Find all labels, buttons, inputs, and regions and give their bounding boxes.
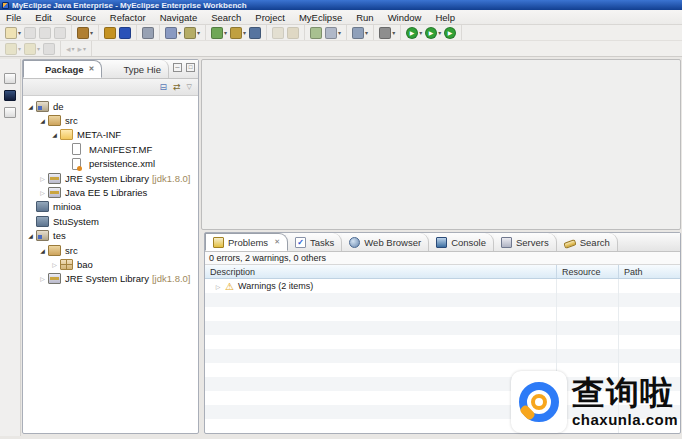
collapse-all-button[interactable]: ⊟ [160,82,168,92]
run-last-launched-button[interactable]: ▶ [444,27,456,39]
path-cell [619,349,680,363]
run-server-icon: ▶ [425,27,437,39]
maximize-button[interactable]: □ [186,63,195,72]
toggle-mark-occurrences-button[interactable] [310,27,322,39]
screen-capture-button[interactable]: ▾ [352,27,368,39]
back-button[interactable]: ◂▾ [66,44,75,54]
file-icon [72,143,81,155]
new-web-project-icon [165,27,177,39]
minimize-button[interactable]: ─ [173,63,182,72]
menu-window[interactable]: Window [388,12,422,23]
tab-type-hie[interactable]: Type Hie [102,60,169,78]
myeclipse-deploy-button[interactable]: ▾ [77,27,93,39]
tree-item[interactable]: ◢META-INF [23,128,198,142]
resource-perspective-icon[interactable] [4,107,16,118]
tree-item[interactable]: ◢src [23,243,198,257]
menu-help[interactable]: Help [435,12,455,23]
run-last-launched-icon: ▶ [444,27,456,39]
tab-label: Type Hie [123,64,161,75]
description-cell [205,349,557,363]
description-cell [205,377,557,391]
column-header-path[interactable]: Path [619,265,680,278]
redo-build-button[interactable] [287,27,299,39]
menu-file[interactable]: File [6,12,21,23]
last-edit-location-button[interactable] [43,43,55,55]
previous-annotation-button[interactable]: ▾ [24,43,40,55]
tree-collapsed-arrow-icon[interactable]: ▷ [213,283,223,290]
tree-collapsed-arrow-icon[interactable]: ▷ [50,261,59,268]
save-all-button[interactable] [39,27,51,39]
tree-collapsed-arrow-icon[interactable]: ▷ [38,189,47,196]
next-annotation-button[interactable]: ▾ [5,43,21,55]
close-icon[interactable]: ✕ [89,65,95,73]
tree-item[interactable]: ▷JRE System Library[jdk1.8.0] [23,171,198,185]
tree-item[interactable]: ◢de [23,99,198,113]
tab-problems[interactable]: Problems✕ [205,233,288,251]
tree-collapsed-arrow-icon[interactable]: ▷ [38,275,47,282]
console-icon [436,237,447,248]
tree-expanded-arrow-icon[interactable]: ◢ [26,103,35,110]
tree-expanded-arrow-icon[interactable]: ◢ [38,117,47,124]
menu-project[interactable]: Project [255,12,285,23]
tab-console[interactable]: Console [429,233,494,251]
column-header-resource[interactable]: Resource [557,265,619,278]
java-project-icon [36,101,49,112]
new-wizard-button[interactable]: ▾ [5,27,21,39]
tree-item[interactable]: ▷bao [23,257,198,271]
previous-edit-button[interactable] [272,27,284,39]
tree-item[interactable]: MANIFEST.MF [23,142,198,156]
cube-gold-button[interactable] [104,27,116,39]
menu-run[interactable]: Run [356,12,373,23]
tab-search[interactable]: Search [557,233,618,251]
column-header-description[interactable]: Description [205,265,557,278]
tab-tasks[interactable]: Tasks [288,233,342,251]
run-button[interactable]: ▶▾ [406,27,422,39]
close-icon[interactable]: ✕ [274,238,280,246]
java-editor-pencil-button[interactable]: ▾ [184,27,200,39]
myeclipse-perspective-icon[interactable] [4,90,16,101]
tab-package[interactable]: Package✕ [23,60,102,78]
tree-item[interactable]: StuSystem [23,214,198,228]
restore-view-icon[interactable] [4,73,16,84]
menu-source[interactable]: Source [66,12,96,23]
tree-item[interactable]: ▷Java EE 5 Libraries [23,185,198,199]
tree-item[interactable]: ◢tes [23,229,198,243]
search-menu-button[interactable]: ▾ [325,27,341,39]
tree-expanded-arrow-icon[interactable]: ◢ [26,232,35,239]
menu-edit[interactable]: Edit [35,12,51,23]
tree-collapsed-arrow-icon[interactable]: ▷ [38,175,47,182]
view-menu-button[interactable]: ▽ [187,83,192,91]
tab-servers[interactable]: Servers [494,233,557,251]
description-cell [205,293,557,307]
tree-expanded-arrow-icon[interactable]: ◢ [38,247,47,254]
menu-navigate[interactable]: Navigate [160,12,198,23]
tree-expanded-arrow-icon[interactable]: ◢ [50,131,59,138]
new-package-button[interactable]: ▾ [230,27,246,39]
magnifier-lens-icon [531,394,547,410]
table-row[interactable]: ▷⚠Warnings (2 items) [205,279,680,293]
open-web-browser-button[interactable] [249,27,261,39]
menu-search[interactable]: Search [211,12,241,23]
save-button[interactable] [24,27,36,39]
package-archive-button[interactable] [142,27,154,39]
print-button[interactable] [54,27,66,39]
new-web-project-button[interactable]: ▾ [165,27,181,39]
tab-web-browser[interactable]: Web Browser [342,233,429,251]
cube-blue-button[interactable] [119,27,131,39]
external-tools-gear-button[interactable]: ▾ [379,27,395,39]
myeclipse-window: MyEclipse Java Enterprise - MyEclipse En… [0,0,682,439]
link-with-editor-button[interactable]: ⇄ [173,82,181,92]
new-class-button[interactable]: ▾ [211,27,227,39]
tree-item[interactable]: ◢src [23,113,198,127]
forward-button[interactable]: ▸▾ [78,44,87,54]
tree-item[interactable]: ▷JRE System Library[jdk1.8.0] [23,272,198,286]
menu-myeclipse[interactable]: MyEclipse [299,12,342,23]
window-title: MyEclipse Java Enterprise - MyEclipse En… [12,1,247,10]
tab-label: Console [451,237,486,248]
menu-refactor[interactable]: Refactor [110,12,146,23]
toolbar-group: ▾▾ [206,25,267,40]
tree-item-label: Java EE 5 Libraries [65,187,147,198]
tree-item[interactable]: persistence.xml [23,157,198,171]
run-server-button[interactable]: ▶▾ [425,27,441,39]
tree-item[interactable]: minioa [23,200,198,214]
